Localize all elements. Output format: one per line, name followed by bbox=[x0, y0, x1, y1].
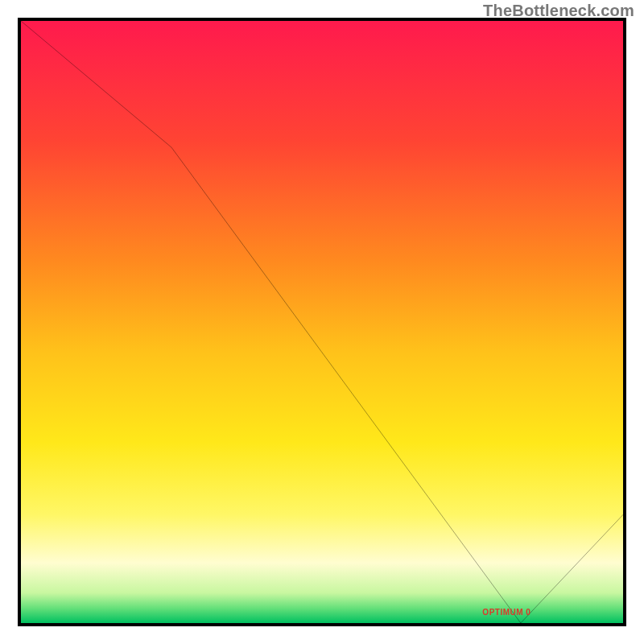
watermark-text: TheBottleneck.com bbox=[483, 2, 634, 20]
plot-area: OPTIMUM 0 bbox=[21, 21, 623, 623]
chart-frame: OPTIMUM 0 bbox=[18, 18, 626, 626]
bottleneck-line bbox=[21, 21, 623, 623]
optimum-marker-label: OPTIMUM 0 bbox=[482, 608, 530, 617]
